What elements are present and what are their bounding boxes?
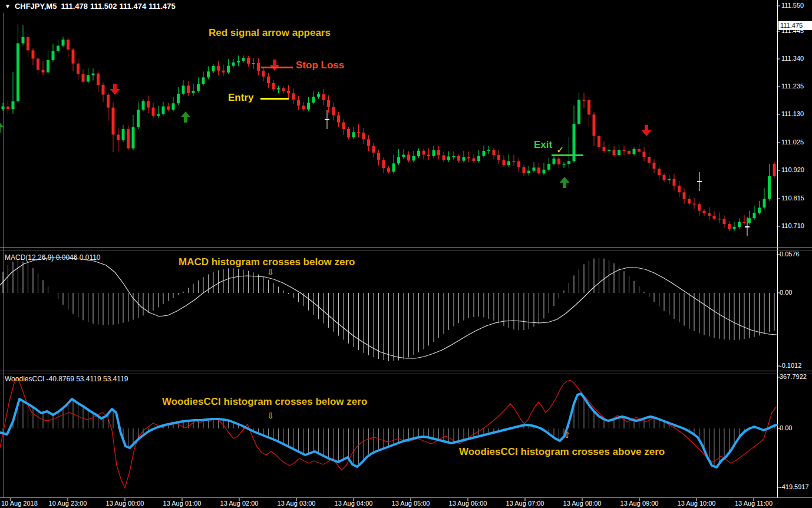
- price-axis-label: 111.340: [781, 55, 804, 62]
- time-axis-label: 13 Aug 04:00: [329, 500, 378, 507]
- macd-axis-label: 0.00: [780, 289, 792, 296]
- down-arrow-hollow-icon-macd: ⇩: [267, 267, 275, 278]
- time-axis-label: 13 Aug 02:00: [214, 500, 264, 507]
- macd-axis-label: 0.0576: [780, 250, 800, 258]
- time-axis-label: 13 Aug 01:00: [157, 500, 207, 507]
- price-axis-label: 111.550: [781, 2, 804, 9]
- time-axis-label: 13 Aug 06:00: [443, 500, 493, 507]
- price-axis-label: 110.815: [781, 194, 804, 202]
- mt4-chart-window: ▼ CHFJPY,M5 111.478 111.502 111.474 111.…: [0, 0, 812, 508]
- stop-loss-line[interactable]: [261, 67, 293, 68]
- time-axis-label: 13 Aug 11:00: [729, 500, 778, 507]
- ohlc-low: 111.474: [120, 2, 147, 11]
- time-axis-label: 13 Aug 03:00: [272, 500, 321, 507]
- cci-axis-label: 0.00: [780, 424, 792, 431]
- cci-axis-label: -419.5917: [780, 483, 809, 490]
- entry-line[interactable]: [260, 98, 289, 100]
- cci-panel-area[interactable]: [0, 375, 777, 498]
- price-chart-area[interactable]: [0, 13, 777, 246]
- up-arrow-hollow-icon-cci: ⇧: [563, 430, 571, 440]
- time-axis-label: 13 Aug 05:00: [386, 500, 435, 507]
- price-axis[interactable]: [778, 0, 812, 498]
- annotation-cci-below: WoodiesCCI histogram crosses below zero: [162, 396, 367, 408]
- annotation-stop-loss: Stop Loss: [296, 60, 344, 71]
- annotation-macd-cross: MACD histogram crosses below zero: [179, 256, 355, 268]
- time-axis-label: 13 Aug 09:00: [615, 500, 664, 507]
- exit-line[interactable]: [552, 154, 583, 156]
- time-axis-label: 13 Aug 00:00: [100, 500, 150, 507]
- time-axis-label: 13 Aug 10:00: [672, 500, 721, 507]
- price-axis-label: 110.920: [781, 166, 804, 173]
- current-price-box: 111.475: [778, 21, 812, 30]
- symbol-timeframe: CHFJPY,M5: [15, 2, 57, 11]
- chart-title-bar: ▼ CHFJPY,M5 111.478 111.502 111.474 111.…: [5, 2, 176, 11]
- ohlc-high: 111.502: [90, 2, 117, 11]
- ohlc-close: 111.475: [148, 2, 176, 11]
- cci-axis-label: 367.7922: [780, 373, 807, 380]
- annotation-entry: Entry: [228, 92, 253, 104]
- down-arrow-hollow-icon-cci: ⇩: [267, 411, 275, 421]
- price-axis-label: 111.235: [781, 83, 804, 90]
- ohlc-open: 111.478: [61, 2, 88, 11]
- cci-label: WoodiesCCI -40.8769 53.4119 53.4119: [5, 375, 128, 383]
- price-axis-label: 111.025: [781, 138, 804, 146]
- annotation-red-signal: Red signal arrow appears: [209, 27, 331, 39]
- annotation-exit: Exit: [534, 139, 552, 151]
- price-axis-label: 111.130: [781, 110, 804, 117]
- time-axis-label: 13 Aug 07:00: [500, 500, 550, 507]
- annotation-cci-above: WoodiesCCI histogram crosses above zero: [459, 446, 665, 458]
- chevron-down-icon[interactable]: ▼: [5, 3, 11, 9]
- price-axis-label: 110.710: [781, 222, 804, 229]
- macd-label: MACD(12,26,9) 0.0046 0.0110: [5, 253, 101, 262]
- macd-panel-area[interactable]: [0, 252, 777, 370]
- macd-axis-label: -0.1012: [780, 362, 801, 369]
- time-axis-label: 10 Aug 23:00: [43, 500, 93, 507]
- time-axis-label: 13 Aug 08:00: [557, 500, 607, 507]
